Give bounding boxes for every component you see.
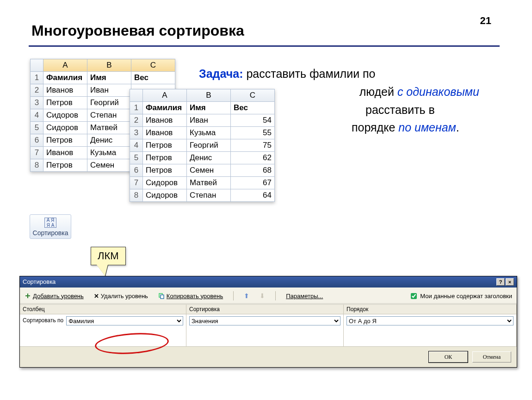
cell[interactable]: Петров [143, 164, 187, 177]
cell[interactable]: Имя [87, 72, 131, 84]
callout-lkm: ЛКМ [91, 247, 126, 265]
sort-order-select[interactable]: От А до Я [346, 316, 513, 325]
cell[interactable]: Иванов [143, 127, 187, 139]
row-header[interactable]: 8 [31, 159, 43, 172]
cell[interactable]: Кузьма [187, 127, 231, 139]
cell[interactable]: Денис [187, 152, 231, 164]
sort-order-cell: От А до Я [344, 314, 517, 347]
cancel-button[interactable]: Отмена [472, 351, 511, 362]
col-header-b[interactable]: B [187, 89, 231, 102]
sort-on-cell: Значения [186, 314, 344, 347]
col-header-c[interactable]: C [231, 89, 275, 102]
headers-checkbox-label: Мои данные содержат заголовки [420, 293, 512, 300]
cell[interactable]: Петров [143, 152, 187, 164]
table-row: 6ПетровСемен68 [130, 164, 275, 177]
headers-checkbox-input[interactable] [411, 293, 417, 299]
cell[interactable]: Иванов [43, 84, 87, 97]
row-header[interactable]: 1 [31, 72, 43, 84]
table-row: 1ФамилияИмяВес [130, 102, 275, 114]
cell[interactable]: Степан [87, 109, 131, 122]
cell[interactable]: Георгий [87, 97, 131, 109]
sort-column-select[interactable]: Фамилия [66, 316, 183, 325]
slide-title: Многоуровневая сортировка [31, 22, 244, 39]
cell[interactable]: Сидоров [43, 109, 87, 122]
col-header-a[interactable]: A [143, 89, 187, 102]
cell[interactable]: Степан [187, 189, 231, 202]
task-italic-1: с одинаковыми [397, 85, 479, 98]
delete-level-label: Удалить уровень [101, 293, 148, 300]
row-header[interactable]: 4 [31, 109, 43, 122]
row-header[interactable]: 5 [31, 122, 43, 134]
cell[interactable]: Сидоров [143, 189, 187, 202]
cell[interactable]: Фамилия [143, 102, 187, 114]
row-header[interactable]: 2 [130, 114, 143, 127]
row-header[interactable]: 6 [130, 164, 143, 177]
row-header[interactable]: 6 [31, 134, 43, 147]
parameters-label: Параметры... [286, 293, 323, 300]
row-header[interactable]: 7 [31, 147, 43, 159]
copy-level-button[interactable]: Копировать уровень [158, 293, 223, 300]
select-all-corner[interactable] [31, 59, 43, 72]
cell[interactable]: 68 [231, 164, 275, 177]
cell[interactable]: Петров [43, 134, 87, 147]
cell[interactable]: Петров [43, 159, 87, 172]
sort-ribbon-button[interactable]: А ЯЯ А Сортировка [30, 214, 71, 239]
cell[interactable]: Георгий [187, 139, 231, 152]
cell[interactable]: 55 [231, 127, 275, 139]
row-header[interactable]: 4 [130, 139, 143, 152]
cell[interactable]: Денис [87, 134, 131, 147]
cell[interactable]: Петров [143, 139, 187, 152]
cell[interactable]: Вес [231, 102, 275, 114]
cell[interactable]: Матвей [87, 122, 131, 134]
cell[interactable]: Иван [87, 84, 131, 97]
svg-rect-1 [27, 294, 28, 298]
cell[interactable]: 64 [231, 189, 275, 202]
table-row: 7СидоровМатвей67 [130, 177, 275, 189]
close-button[interactable]: × [506, 278, 514, 286]
row-header[interactable]: 5 [130, 152, 143, 164]
cell[interactable]: Иван [187, 114, 231, 127]
sort-on-select[interactable]: Значения [189, 316, 340, 325]
page-number: 21 [480, 15, 491, 27]
row-header[interactable]: 1 [130, 102, 143, 114]
row-header[interactable]: 7 [130, 177, 143, 189]
row-header[interactable]: 3 [130, 127, 143, 139]
cell[interactable]: 54 [231, 114, 275, 127]
col-header-a[interactable]: A [43, 59, 87, 72]
row-header[interactable]: 2 [31, 84, 43, 97]
cell[interactable]: Имя [187, 102, 231, 114]
cell[interactable]: Петров [43, 97, 87, 109]
table-row: 1ФамилияИмяВес [31, 72, 175, 84]
grid-header-order: Порядок [344, 304, 517, 314]
cell[interactable]: Сидоров [143, 177, 187, 189]
cell[interactable]: Иванов [143, 114, 187, 127]
dialog-buttons: ОК Отмена [20, 347, 517, 367]
headers-checkbox[interactable]: Мои данные содержат заголовки [409, 292, 512, 300]
parameters-button[interactable]: Параметры... [286, 293, 323, 300]
cell[interactable]: 75 [231, 139, 275, 152]
cell[interactable]: Семен [187, 164, 231, 177]
cell[interactable]: Иванов [43, 147, 87, 159]
delete-level-button[interactable]: ✕ Удалить уровень [94, 293, 148, 300]
cell[interactable]: Матвей [187, 177, 231, 189]
col-header-c[interactable]: C [131, 59, 175, 72]
move-up-button[interactable]: ⬆ [244, 292, 249, 300]
add-level-button[interactable]: Добавить уровень [25, 293, 84, 300]
cell[interactable]: Сидоров [43, 122, 87, 134]
move-down-button[interactable]: ⬇ [260, 292, 265, 300]
ok-button[interactable]: ОК [429, 351, 468, 362]
cell[interactable]: Семен [87, 159, 131, 172]
cell[interactable]: Кузьма [87, 147, 131, 159]
row-header[interactable]: 3 [31, 97, 43, 109]
help-button[interactable]: ? [496, 278, 505, 286]
cell[interactable]: Вес [131, 72, 175, 84]
separator [275, 291, 276, 300]
col-header-b[interactable]: B [87, 59, 131, 72]
cell[interactable]: Фамилия [43, 72, 87, 84]
cell[interactable]: 62 [231, 152, 275, 164]
table-row: 8СидоровСтепан64 [130, 189, 275, 202]
select-all-corner[interactable] [130, 89, 143, 102]
cell[interactable]: 67 [231, 177, 275, 189]
sort-dialog: Сортировка ? × Добавить уровень ✕ Удалит… [19, 276, 517, 368]
row-header[interactable]: 8 [130, 189, 143, 202]
